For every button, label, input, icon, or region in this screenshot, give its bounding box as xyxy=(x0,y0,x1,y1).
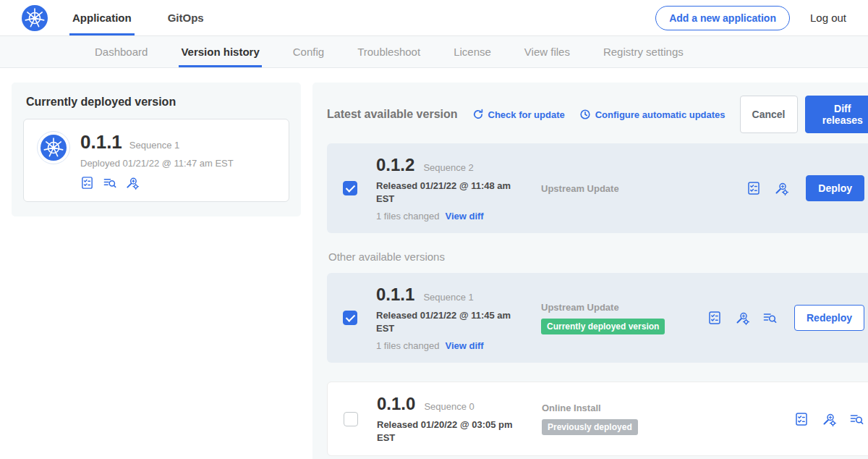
row-actions: Deploy xyxy=(746,175,864,201)
app-subnav: Dashboard Version history Config Trouble… xyxy=(0,36,868,68)
edit-config-icon[interactable] xyxy=(822,412,836,426)
release-notes-icon[interactable] xyxy=(794,412,809,426)
check-for-update-label: Check for update xyxy=(488,109,565,120)
top-navbar: Application GitOps Add a new application… xyxy=(0,0,868,36)
clock-icon xyxy=(579,109,591,120)
files-changed-label: 1 files changed xyxy=(376,340,439,351)
view-logs-icon[interactable] xyxy=(849,412,864,426)
header-actions: Cancel Diff releases xyxy=(740,96,868,133)
source-label: Upstream Update xyxy=(541,302,707,313)
sequence-label: Sequence 1 xyxy=(423,292,473,303)
view-diff-link[interactable]: View diff xyxy=(445,211,483,222)
kubernetes-logo-icon xyxy=(41,135,67,161)
subnav-dashboard[interactable]: Dashboard xyxy=(93,36,150,67)
version-source: Online Install Previously deployed xyxy=(542,403,708,435)
deployed-icon-row xyxy=(80,176,234,190)
version-info: 0.1.2 Sequence 2 Released 01/21/22 @ 11:… xyxy=(376,155,541,222)
release-notes-icon[interactable] xyxy=(80,176,94,190)
version-number: 0.1.0 xyxy=(377,394,415,414)
subnav-view-files[interactable]: View files xyxy=(522,36,572,67)
source-label: Upstream Update xyxy=(541,183,707,194)
currently-deployed-panel: Currently deployed version 0.1.1 Sequenc… xyxy=(12,83,301,216)
files-changed-label: 1 files changed xyxy=(376,211,439,222)
primary-tabs: Application GitOps xyxy=(69,0,237,35)
view-logs-icon[interactable] xyxy=(103,176,116,190)
deploy-button[interactable]: Deploy xyxy=(806,175,864,201)
subnav-registry-settings[interactable]: Registry settings xyxy=(601,36,686,67)
currently-deployed-badge: Currently deployed version xyxy=(541,319,665,334)
sequence-label: Sequence 0 xyxy=(424,401,474,412)
view-logs-icon[interactable] xyxy=(762,311,777,325)
row-actions: Redeploy xyxy=(707,305,864,331)
diff-releases-button[interactable]: Diff releases xyxy=(805,96,868,133)
main-content: Currently deployed version 0.1.1 Sequenc… xyxy=(0,68,868,459)
edit-config-icon[interactable] xyxy=(774,181,788,195)
edit-config-icon[interactable] xyxy=(125,176,139,190)
subnav-version-history[interactable]: Version history xyxy=(179,36,261,67)
released-timestamp: Released 01/21/22 @ 11:45 am EST xyxy=(376,309,514,334)
release-notes-icon[interactable] xyxy=(707,311,722,325)
version-info: 0.1.0 Sequence 0 Released 01/20/22 @ 03:… xyxy=(377,394,542,444)
subnav-license[interactable]: License xyxy=(451,36,493,67)
version-number: 0.1.1 xyxy=(376,285,414,305)
released-timestamp: Released 01/20/22 @ 03:05 pm EST xyxy=(377,418,514,444)
tab-gitops[interactable]: GitOps xyxy=(165,0,207,35)
version-checkbox[interactable] xyxy=(343,181,357,195)
app-icon-badge xyxy=(37,131,70,164)
released-timestamp: Released 01/21/22 @ 11:48 am EST xyxy=(376,180,514,205)
previously-deployed-badge: Previously deployed xyxy=(542,419,638,435)
version-checkbox[interactable] xyxy=(344,412,358,426)
subnav-config[interactable]: Config xyxy=(291,36,326,67)
version-number: 0.1.2 xyxy=(376,155,414,175)
configure-automatic-updates-link[interactable]: Configure automatic updates xyxy=(579,109,726,120)
view-diff-link[interactable]: View diff xyxy=(445,340,483,351)
app-logo xyxy=(22,0,48,35)
subnav-troubleshoot[interactable]: Troubleshoot xyxy=(355,36,422,67)
configure-updates-label: Configure automatic updates xyxy=(595,109,726,120)
source-label: Online Install xyxy=(542,403,708,413)
cancel-button[interactable]: Cancel xyxy=(740,96,798,133)
redeploy-button[interactable]: Redeploy xyxy=(794,305,864,331)
version-info: 0.1.1 Sequence 1 Released 01/21/22 @ 11:… xyxy=(376,285,541,351)
version-row: 0.1.1 Sequence 1 Released 01/21/22 @ 11:… xyxy=(327,273,868,363)
latest-version-header: Latest available version Check for updat… xyxy=(327,96,868,133)
add-application-button[interactable]: Add a new application xyxy=(655,6,790,30)
version-source: Upstream Update xyxy=(541,183,707,194)
release-notes-icon[interactable] xyxy=(746,181,761,195)
refresh-icon xyxy=(472,109,484,120)
navbar-right: Add a new application Log out xyxy=(655,0,848,35)
tab-application[interactable]: Application xyxy=(69,0,135,35)
version-row: 0.1.0 Sequence 0 Released 01/20/22 @ 03:… xyxy=(327,382,868,456)
edit-config-icon[interactable] xyxy=(735,311,749,325)
check-for-update-link[interactable]: Check for update xyxy=(472,109,565,120)
version-history-panel: Latest available version Check for updat… xyxy=(312,83,868,459)
deployed-version-info: 0.1.1 Sequence 1 Deployed 01/21/22 @ 11:… xyxy=(80,131,234,190)
deployed-version-number: 0.1.1 xyxy=(80,131,122,153)
logout-link[interactable]: Log out xyxy=(809,9,848,27)
deployed-sequence-label: Sequence 1 xyxy=(129,140,179,151)
deployed-timestamp: Deployed 01/21/22 @ 11:47 am EST xyxy=(80,158,234,169)
latest-version-title: Latest available version xyxy=(327,108,458,121)
sequence-label: Sequence 2 xyxy=(423,162,473,173)
version-checkbox[interactable] xyxy=(343,311,357,325)
other-versions-title: Other available versions xyxy=(328,250,868,263)
currently-deployed-title: Currently deployed version xyxy=(26,96,289,109)
deployed-version-card: 0.1.1 Sequence 1 Deployed 01/21/22 @ 11:… xyxy=(23,119,289,202)
version-row: 0.1.2 Sequence 2 Released 01/21/22 @ 11:… xyxy=(327,143,868,233)
row-actions xyxy=(794,412,864,426)
version-source: Upstream Update Currently deployed versi… xyxy=(541,302,707,334)
kubernetes-logo-icon xyxy=(22,5,48,31)
